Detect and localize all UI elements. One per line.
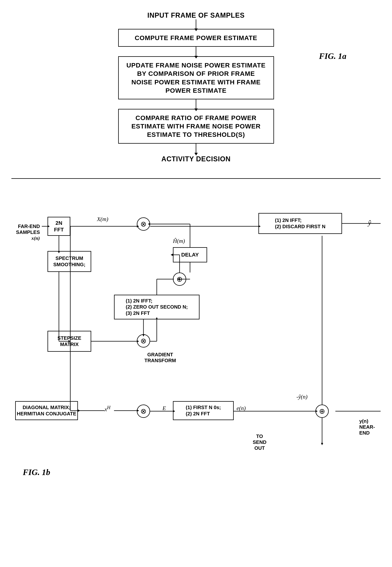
y-hat-output-label: ŷ bbox=[368, 219, 371, 227]
sum-circle-1: ⊕ bbox=[173, 273, 186, 286]
arrow-1 bbox=[196, 19, 196, 29]
activity-label: ACTIVITY DECISION bbox=[161, 155, 230, 163]
fig1b-label: FIG. 1b bbox=[23, 468, 50, 477]
far-end-label: FAR-ENDSAMPLESx(n) bbox=[15, 223, 40, 241]
svg-marker-40 bbox=[321, 443, 323, 445]
multiply-circle-3: ⊗ bbox=[137, 404, 150, 418]
svg-marker-30 bbox=[171, 254, 173, 256]
page: FIG. 1a INPUT FRAME OF SAMPLES COMPUTE F… bbox=[0, 0, 392, 567]
ifft-zero-block: (1) 2N IFFT;(2) ZERO OUT SECOND N;(3) 2N… bbox=[114, 295, 199, 319]
compare-box: COMPARE RATIO OF FRAME POWER ESTIMATE WI… bbox=[118, 109, 274, 144]
hm-hat-label: Ĥ(m) bbox=[173, 238, 185, 244]
input-frame-label: INPUT FRAME OF SAMPLES bbox=[147, 11, 245, 19]
xh-label: xH bbox=[104, 405, 110, 413]
update-box: UPDATE FRAME NOISE POWER ESTIMATE BY COM… bbox=[118, 56, 274, 99]
divider bbox=[11, 178, 381, 179]
diagonal-block: DIAGONAL MATRIX;HERMITIAN CONJUGATE bbox=[15, 401, 78, 420]
yn-near-end-label: y(n)NEAR-END bbox=[359, 418, 375, 436]
flowchart: INPUT FRAME OF SAMPLES COMPUTE FRAME POW… bbox=[111, 11, 282, 163]
stepsize-block: STEPSIZEMATRIX bbox=[47, 331, 91, 352]
sum-circle-2: ⊕ bbox=[315, 404, 329, 418]
fig1a-label: FIG. 1a bbox=[319, 51, 346, 61]
fig1a-container: FIG. 1a INPUT FRAME OF SAMPLES COMPUTE F… bbox=[11, 8, 381, 163]
arrow-3 bbox=[196, 99, 196, 109]
svg-marker-12 bbox=[78, 410, 80, 412]
to-send-out-label: TOSENDOUT bbox=[253, 433, 266, 451]
en-label: e(n) bbox=[237, 405, 246, 411]
gradient-transform-label: GRADIENTTRANSFORM bbox=[144, 352, 176, 363]
e-label: E bbox=[162, 405, 166, 411]
multiply-circle-1: ⊗ bbox=[137, 217, 150, 231]
delay-block: DELAY bbox=[173, 247, 207, 263]
fig1b-container: FIG. 1b FAR-ENDSAMPLESx(n) 2NFFT X(m) SP… bbox=[11, 186, 381, 481]
xm-label: X(m) bbox=[97, 216, 108, 222]
spectrum-block: SPECTRUMSMOOTHING; bbox=[47, 251, 91, 272]
compute-box: COMPUTE FRAME POWER ESTIMATE bbox=[118, 29, 274, 47]
ifft-discard-block: (1) 2N IFFT;(2) DISCARD FIRST N bbox=[258, 213, 342, 234]
arrow-2 bbox=[196, 47, 196, 56]
neg-yhat-label: -ŷ(n) bbox=[296, 394, 308, 400]
arrow-4 bbox=[196, 144, 196, 153]
fft-block: 2NFFT bbox=[47, 217, 70, 236]
e-fft-block: (1) FIRST N 0s;(2) 2N FFT bbox=[173, 401, 234, 420]
multiply-circle-2: ⊗ bbox=[137, 334, 150, 347]
